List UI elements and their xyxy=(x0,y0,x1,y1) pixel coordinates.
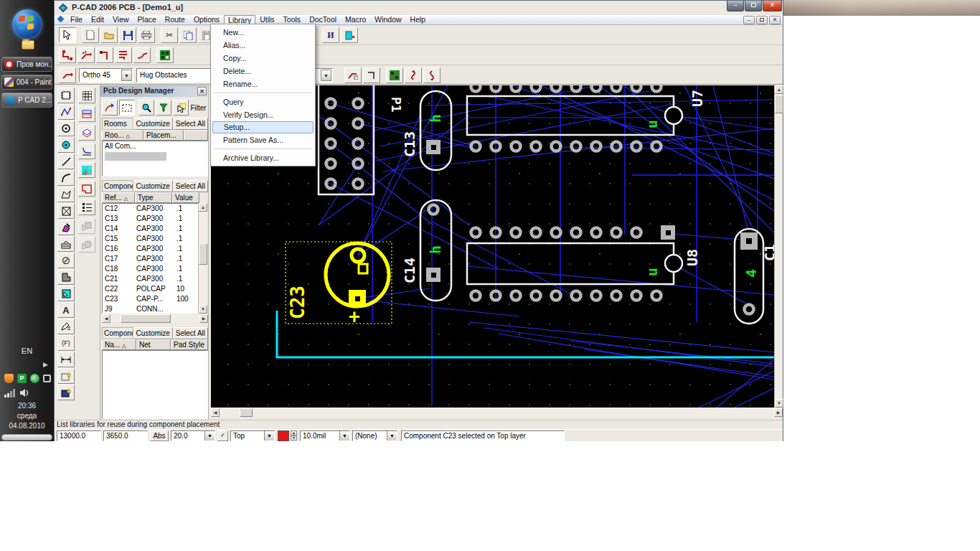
pads-col-net[interactable]: Net xyxy=(136,339,171,350)
library-menu-rename[interactable]: Rename... xyxy=(211,77,315,90)
grid-toggle-button[interactable]: ✓ xyxy=(217,430,228,441)
volume-icon[interactable] xyxy=(19,388,31,397)
clock-time[interactable]: 20:36 xyxy=(0,402,54,410)
layer-combo[interactable]: Top ▼ xyxy=(230,430,275,441)
place-cutout-region-tool[interactable] xyxy=(57,269,75,285)
copy-button[interactable] xyxy=(179,27,197,43)
rooms-col-room[interactable]: Roo... △ xyxy=(102,130,143,141)
place-via-tool[interactable] xyxy=(57,137,75,153)
sheet-curve-tool[interactable] xyxy=(78,143,95,159)
restore-button[interactable] xyxy=(745,1,762,11)
mdi-close-button[interactable]: ✕ xyxy=(769,16,781,24)
route-arc-button[interactable] xyxy=(133,47,151,63)
components-list[interactable]: C12CAP300.1C13CAP300.1C14CAP300.1C15CAP3… xyxy=(102,203,199,314)
components-col-value[interactable]: Value xyxy=(172,192,199,203)
menu-file[interactable]: File xyxy=(66,15,87,24)
library-menu-verify-design[interactable]: Verify Design... xyxy=(211,108,315,121)
scroll-up-icon[interactable]: ▲ xyxy=(775,85,783,94)
route-corner-button[interactable] xyxy=(363,67,380,83)
component-row-C16[interactable]: C16CAP300.1 xyxy=(103,244,199,254)
place-keepout-tool[interactable] xyxy=(57,203,75,219)
mdi-minimize-button[interactable]: – xyxy=(743,16,755,24)
component-row-C13[interactable]: C13CAP300.1 xyxy=(103,214,199,224)
library-menu-archive-library[interactable]: Archive Library... xyxy=(211,151,315,164)
place-copper-pour-tool[interactable] xyxy=(57,236,75,252)
panel-close-icon[interactable]: ✕ xyxy=(197,87,207,95)
component-row-J9[interactable]: J9CONN... xyxy=(103,304,199,314)
route-interactive-button[interactable] xyxy=(77,47,95,63)
chevron-down-icon[interactable]: ▼ xyxy=(264,431,274,441)
scroll-right-icon[interactable]: ▶ xyxy=(774,408,783,417)
room-select-tool[interactable] xyxy=(57,286,75,301)
cut-button[interactable]: ✂ xyxy=(161,27,178,43)
line-width-combo[interactable]: 10.0mil ▼ xyxy=(300,430,350,441)
components-vscrollbar[interactable]: ▲ ▼ xyxy=(198,203,207,314)
title-bar[interactable]: P-CAD 2006 PCB - [Demo1_u] – ✕ xyxy=(55,1,783,15)
layer-spinner[interactable]: ▲ ▼ xyxy=(291,430,297,441)
chevron-down-icon[interactable]: ▼ xyxy=(339,431,349,441)
place-field-pen-tool[interactable] xyxy=(57,319,75,334)
open-file-button[interactable] xyxy=(100,27,118,43)
cyrillic-i-tool-button[interactable]: И xyxy=(322,27,339,43)
network-signal-icon[interactable] xyxy=(4,389,16,397)
rooms-col-placement[interactable]: Placem... xyxy=(143,130,184,141)
route-lock-button[interactable] xyxy=(344,67,362,83)
print-preview-picture-tool[interactable] xyxy=(78,162,95,178)
scroll-up-icon[interactable]: ▲ xyxy=(199,203,207,212)
place-plane-prohibit-tool[interactable]: ⊘ xyxy=(57,253,75,268)
scroll-left-icon[interactable]: ◀ xyxy=(102,314,110,323)
layer-color-swatch[interactable] xyxy=(278,430,289,441)
mdi-system-icon[interactable] xyxy=(55,15,66,24)
room-tool-2[interactable] xyxy=(78,237,95,253)
component-row-C23[interactable]: C23CAP-P...100 xyxy=(103,294,199,304)
library-menu-new[interactable]: New... xyxy=(211,26,315,39)
menu-edit[interactable]: Edit xyxy=(87,15,108,24)
rooms-select-all-button[interactable]: Select All xyxy=(173,118,208,130)
component-row-C21[interactable]: C21CAP300.1 xyxy=(103,274,199,284)
measure-tool-button[interactable] xyxy=(341,27,358,43)
place-component-tool[interactable] xyxy=(57,88,75,103)
rooms-customize-button[interactable]: Customize xyxy=(133,118,173,130)
library-menu-copy[interactable]: Copy... xyxy=(211,52,315,65)
menu-route[interactable]: Route xyxy=(161,15,189,24)
grid-table-tool[interactable] xyxy=(78,88,95,103)
room-tool-1[interactable] xyxy=(78,218,95,234)
library-menu-delete[interactable]: Delete... xyxy=(211,65,315,77)
minimize-button[interactable]: – xyxy=(727,1,744,11)
component-row-C17[interactable]: C17CAP300.1 xyxy=(103,254,199,264)
ortho-mode-combo[interactable]: Ortho 45 ▼ xyxy=(79,68,133,83)
place-arc-tool[interactable] xyxy=(57,170,75,186)
autorouter-button[interactable] xyxy=(156,47,174,63)
rooms-row-selected[interactable] xyxy=(103,151,207,161)
chevron-down-icon[interactable]: ▼ xyxy=(121,70,132,81)
chevron-down-icon[interactable]: ▼ xyxy=(387,431,397,441)
pads-col-name[interactable]: Na... △ xyxy=(102,339,136,350)
place-pad-tool[interactable] xyxy=(57,121,75,136)
filter-tool[interactable] xyxy=(156,100,171,116)
x-coordinate-field[interactable]: 13000.0 xyxy=(57,430,101,441)
menu-help[interactable]: Help xyxy=(406,15,430,24)
tray-icon-green-app[interactable] xyxy=(30,374,39,383)
abs-rel-toggle-button[interactable]: Abs xyxy=(150,430,169,441)
components-col-type[interactable]: Type xyxy=(135,192,172,203)
component-c13[interactable]: h C13 xyxy=(401,91,451,170)
taskbar-task-paint[interactable]: 004 - Paint xyxy=(1,75,52,90)
menu-place[interactable]: Place xyxy=(133,15,161,24)
scroll-down-icon[interactable]: ▼ xyxy=(199,305,207,314)
canvas-hscrollbar[interactable]: ◀ ▶ xyxy=(211,408,783,417)
mdi-restore-button[interactable] xyxy=(756,16,768,24)
layer-sets-tool[interactable] xyxy=(78,125,95,141)
taskbar-resize-bar[interactable] xyxy=(1,434,52,441)
scroll-right-icon[interactable]: ▶ xyxy=(199,314,208,323)
panel-title-bar[interactable]: Pcb Design Manager ✕ xyxy=(100,86,208,97)
pads-customize-button[interactable]: Customize xyxy=(133,327,173,339)
place-field-tool[interactable]: (F) xyxy=(57,335,75,351)
place-line-tool[interactable] xyxy=(57,154,75,169)
via-pattern-button-2[interactable] xyxy=(423,67,440,83)
define-board-filled-tool[interactable] xyxy=(57,385,75,400)
board-outline-tool[interactable] xyxy=(78,181,95,197)
menu-window[interactable]: Window xyxy=(370,15,405,24)
tray-icon-punto[interactable]: P xyxy=(17,374,27,383)
scroll-thumb[interactable] xyxy=(775,95,783,113)
jump-to-tool[interactable] xyxy=(102,100,118,116)
